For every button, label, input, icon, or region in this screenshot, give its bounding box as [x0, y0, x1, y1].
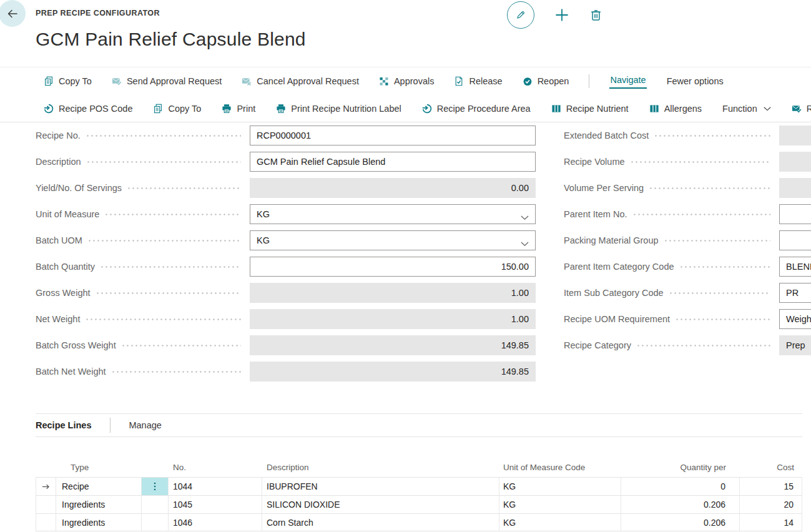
- cell-description[interactable]: IBUPROFEN: [262, 478, 499, 495]
- edit-button[interactable]: [507, 1, 534, 29]
- cell-no[interactable]: 1045: [169, 496, 262, 513]
- col-header-uom[interactable]: Unit of Measure Code: [499, 458, 621, 477]
- cell-description[interactable]: Corn Starch: [262, 514, 499, 531]
- copy-to-button[interactable]: Copy To: [44, 76, 92, 86]
- table-header-row: Type No. Description Unit of Measure Cod…: [36, 458, 802, 477]
- plus-new-icon: [554, 7, 569, 22]
- recipe-volume-field: [779, 152, 811, 172]
- function-menu[interactable]: Function: [722, 104, 771, 114]
- col-header-type[interactable]: Type: [56, 458, 142, 477]
- table-columns-icon: [649, 104, 659, 114]
- delete-button[interactable]: [589, 9, 602, 22]
- batch-gross-weight-label: Batch Gross Weight: [36, 340, 116, 350]
- row-selector-cell[interactable]: [36, 496, 56, 513]
- navigate-menu[interactable]: Navigate: [609, 74, 646, 89]
- truncated-approval-button[interactable]: Re: [792, 104, 811, 114]
- recipe-procedure-area-button[interactable]: Recipe Procedure Area: [422, 104, 531, 114]
- form-right-column: Extended Batch Cost Recipe Volume Volume…: [564, 126, 811, 362]
- cell-quantity-per[interactable]: 0.206: [621, 514, 740, 531]
- allergens-button[interactable]: Allergens: [649, 104, 702, 114]
- cell-quantity-per[interactable]: 0.206: [621, 496, 740, 513]
- dotted-leader: [122, 345, 241, 347]
- cancel-approval-request-button[interactable]: Cancel Approval Request: [242, 76, 359, 86]
- send-approval-request-button[interactable]: Send Approval Request: [112, 76, 222, 86]
- cell-no[interactable]: 1044: [169, 478, 262, 495]
- dotted-leader: [634, 214, 770, 215]
- release-document-check-icon: [454, 76, 464, 86]
- release-button[interactable]: Release: [454, 76, 502, 86]
- gross-weight-field: 1.00: [250, 283, 536, 303]
- dotted-leader: [631, 161, 770, 163]
- col-header-no[interactable]: No.: [169, 458, 262, 477]
- col-header-selector: [36, 458, 56, 477]
- recipe-no-input[interactable]: RCP0000001: [250, 126, 536, 145]
- batch-uom-label: Batch UOM: [36, 235, 82, 245]
- packing-material-group-input[interactable]: [779, 230, 811, 250]
- item-sub-category-code-input[interactable]: PR: [779, 283, 811, 303]
- tab-recipe-lines[interactable]: Recipe Lines: [36, 420, 91, 430]
- unit-of-measure-select[interactable]: KG: [250, 204, 536, 224]
- cell-uom[interactable]: KG: [499, 514, 621, 531]
- cell-uom[interactable]: KG: [499, 496, 621, 513]
- cell-type[interactable]: Ingredients: [56, 496, 142, 513]
- back-button[interactable]: [0, 0, 26, 27]
- recipe-uom-requirement-input[interactable]: Weight: [779, 309, 811, 329]
- reopen-button[interactable]: Reopen: [523, 76, 569, 86]
- recipe-uom-requirement-label: Recipe UOM Requirement: [564, 314, 670, 324]
- recipe-nutrient-button[interactable]: Recipe Nutrient: [551, 104, 629, 114]
- recipe-volume-label: Recipe Volume: [564, 157, 625, 167]
- chevron-down-icon: [521, 239, 529, 244]
- volume-per-serving-label: Volume Per Serving: [564, 183, 644, 193]
- col-header-quantity-per[interactable]: Quantity per: [621, 458, 740, 477]
- row-options-button[interactable]: [142, 496, 169, 513]
- printer-icon: [222, 104, 232, 114]
- row-options-button[interactable]: [142, 478, 169, 495]
- cell-cost[interactable]: 15: [740, 478, 802, 495]
- recipe-pos-code-button[interactable]: Recipe POS Code: [44, 104, 132, 114]
- approvals-button[interactable]: Approvals: [379, 76, 434, 86]
- cell-quantity-per[interactable]: 0: [621, 478, 740, 495]
- cell-description[interactable]: SILICON DIOXIDE: [262, 496, 499, 513]
- tabs-divider: [110, 418, 111, 433]
- table-columns-icon: [551, 104, 561, 114]
- dotted-leader: [89, 240, 241, 242]
- page-title: GCM Pain Relief Capsule Blend: [36, 29, 306, 50]
- cell-uom[interactable]: KG: [499, 478, 621, 495]
- cell-type[interactable]: Recipe: [56, 478, 142, 495]
- row-options-button[interactable]: [142, 514, 169, 531]
- fewer-options-button[interactable]: Fewer options: [667, 76, 724, 86]
- batch-uom-select[interactable]: KG: [250, 230, 536, 250]
- send-approval-mail-icon: [112, 76, 122, 86]
- row-selector-cell[interactable]: [36, 478, 56, 495]
- approval-mail-icon: [792, 104, 802, 114]
- tab-manage[interactable]: Manage: [129, 420, 161, 430]
- batch-quantity-input[interactable]: 150.00: [250, 257, 536, 277]
- col-header-cost[interactable]: Cost: [740, 458, 802, 477]
- cell-no[interactable]: 1046: [169, 514, 262, 531]
- print-recipe-nutrition-label-button[interactable]: Print Recipe Nutrition Label: [276, 104, 401, 114]
- chevron-down-icon: [764, 107, 771, 111]
- unit-of-measure-label: Unit of Measure: [36, 209, 99, 219]
- action-bar: Copy To Send Approval Request Cancel App…: [0, 67, 811, 122]
- copy-to-button-2[interactable]: Copy To: [153, 104, 201, 114]
- packing-material-group-label: Packing Material Group: [564, 235, 659, 245]
- col-header-description[interactable]: Description: [262, 458, 499, 477]
- cell-cost[interactable]: 14: [740, 514, 802, 531]
- dotted-leader: [676, 318, 770, 320]
- cell-type[interactable]: Ingredients: [56, 514, 142, 531]
- cell-cost[interactable]: 20: [740, 496, 802, 513]
- description-input[interactable]: GCM Pain Relief Capsule Blend: [250, 152, 536, 172]
- form-left-column: Recipe No. RCP0000001 Description GCM Pa…: [36, 126, 536, 388]
- batch-quantity-label: Batch Quantity: [36, 262, 95, 272]
- parent-item-no-input[interactable]: [779, 204, 811, 224]
- dotted-leader: [87, 161, 241, 163]
- chevron-down-icon: [521, 212, 529, 217]
- print-button[interactable]: Print: [222, 104, 255, 114]
- table-row: Recipe 1044 IBUPROFEN KG 0 15: [36, 477, 802, 495]
- action-row-1: Copy To Send Approval Request Cancel App…: [0, 67, 811, 95]
- volume-per-serving-field: [779, 178, 811, 198]
- row-selector-cell[interactable]: [36, 514, 56, 531]
- cancel-approval-mail-icon: [242, 76, 252, 86]
- parent-item-category-code-input[interactable]: BLEND: [779, 257, 811, 277]
- new-button[interactable]: [554, 7, 569, 22]
